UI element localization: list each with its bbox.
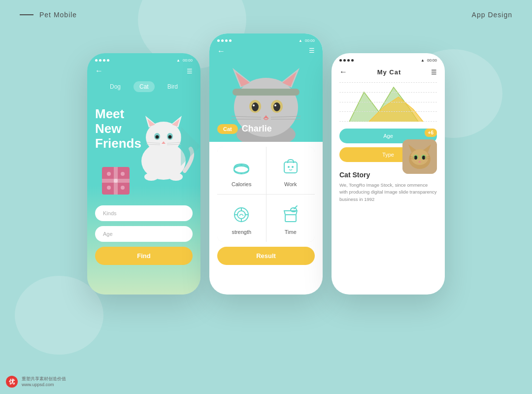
time-icon [280, 203, 301, 225]
result-button[interactable]: Result [217, 247, 315, 265]
svg-point-52 [237, 211, 245, 219]
work-label: Work [284, 181, 297, 187]
svg-point-16 [169, 173, 183, 181]
svg-point-37 [253, 104, 255, 106]
svg-point-36 [273, 102, 280, 111]
phone2-nav: ← ☰ [209, 45, 323, 58]
phone-1: ▲ 00:00 ← ☰ Dog Cat Bird MeetNewFriends [87, 53, 200, 295]
phone2-signal-dots [217, 39, 232, 42]
svg-point-8 [156, 135, 159, 139]
svg-marker-25 [181, 127, 200, 166]
phone1-nav: ← ☰ [87, 65, 200, 79]
phone3-back-arrow[interactable]: ← [339, 67, 347, 76]
grid-item-calories[interactable]: Calories [217, 147, 266, 194]
watermark-tagline: 重塑共享素材创造价值 [22, 376, 66, 381]
svg-rect-32 [233, 89, 299, 96]
story-text: We, TongRo Image Stock, since ommence wi… [339, 182, 437, 203]
work-icon [280, 156, 301, 177]
triangle-decoration [181, 127, 200, 166]
grid-item-work[interactable]: Work [266, 147, 315, 194]
phone-2: ▲ 00:00 ← ☰ [209, 33, 323, 295]
phone3-header: ← My Cat ☰ [332, 65, 445, 80]
phone2-cat-badge: Cat [217, 124, 238, 134]
svg-point-20 [107, 186, 111, 190]
svg-rect-24 [102, 179, 130, 183]
phone2-status-bar: ▲ 00:00 [209, 33, 323, 45]
phone3-status-bar: ▲ 00:00 [332, 53, 445, 65]
phone1-signal-dots [95, 59, 109, 62]
tab-cat[interactable]: Cat [133, 81, 155, 92]
watermark-site: www.uppsd.com [22, 382, 54, 387]
svg-point-21 [121, 186, 125, 190]
watermark-text: 重塑共享素材创造价值 www.uppsd.com [22, 376, 66, 388]
header-title: Pet Mobile [39, 11, 77, 19]
phone2-menu-icon[interactable]: ☰ [309, 47, 315, 56]
svg-point-35 [252, 102, 259, 111]
phone1-wifi-icon: ▲ [176, 58, 180, 63]
header-right-label: App Design [472, 11, 512, 19]
phone1-hero: MeetNewFriends [87, 97, 200, 196]
phone3-battery: 00:00 [427, 58, 437, 63]
phone1-battery: 00:00 [183, 58, 193, 63]
tab-dog[interactable]: Dog [104, 81, 127, 92]
bg-decoration-2 [15, 276, 103, 355]
cat-thumbnail [402, 139, 437, 174]
svg-rect-46 [284, 162, 297, 173]
header-line-icon [20, 14, 33, 15]
svg-point-9 [168, 135, 172, 139]
phone3-stats-section: Age Type +6 [332, 124, 445, 167]
phone3-chart [339, 82, 437, 122]
phone2-wifi-icon: ▲ [299, 38, 302, 43]
kinds-field[interactable]: Kinds [95, 205, 193, 221]
svg-point-15 [144, 173, 158, 181]
phone1-status-right: ▲ 00:00 [176, 58, 193, 63]
grid-item-strength[interactable]: strength [217, 195, 266, 242]
phone2-grid: Calories Work [217, 147, 315, 242]
tab-bird[interactable]: Bird [162, 81, 184, 92]
phone3-title: My Cat [377, 68, 401, 76]
svg-rect-57 [285, 215, 296, 222]
time-label: Time [285, 229, 297, 235]
phone1-tabs: Dog Cat Bird [87, 81, 200, 92]
phone2-status-right: ▲ 00:00 [299, 38, 315, 43]
header-left: Pet Mobile [20, 11, 77, 19]
phone1-form: Kinds Age Find [87, 205, 200, 265]
svg-point-38 [274, 104, 276, 106]
phone1-status-bar: ▲ 00:00 [87, 53, 200, 65]
strength-icon [231, 203, 252, 225]
phone3-status-right: ▲ 00:00 [421, 58, 437, 63]
find-button[interactable]: Find [95, 247, 193, 265]
phone3-menu-icon[interactable]: ☰ [431, 68, 437, 76]
watermark: 优 重塑共享素材创造价值 www.uppsd.com [6, 376, 66, 388]
grid-item-time[interactable]: Time [266, 195, 315, 242]
phone2-hero-area: ▲ 00:00 ← ☰ [209, 33, 323, 142]
svg-point-19 [121, 172, 125, 176]
gift-box-illustration [102, 167, 131, 196]
phone2-battery: 00:00 [305, 38, 315, 43]
age-field[interactable]: Age [95, 226, 193, 242]
phone2-back-arrow[interactable]: ← [217, 47, 225, 56]
phone2-cat-label: Cat Charlie [217, 124, 272, 134]
watermark-icon: 优 [6, 376, 18, 388]
plus-badge: +6 [425, 129, 437, 137]
phone2-cat-name: Charlie [242, 124, 272, 134]
phone-3: ▲ 00:00 ← My Cat ☰ [332, 53, 445, 295]
phone3-wifi-icon: ▲ [421, 58, 425, 63]
strength-label: strength [232, 229, 251, 235]
calories-icon [231, 156, 252, 177]
calories-label: Calories [232, 181, 251, 187]
phone1-back-arrow[interactable]: ← [95, 66, 103, 75]
phone1-menu-icon[interactable]: ☰ [187, 67, 193, 75]
page-header: Pet Mobile App Design [0, 0, 532, 24]
svg-point-47 [288, 166, 290, 168]
cat-thumb-svg [402, 139, 437, 174]
watermark-logo: 优 [6, 376, 18, 388]
svg-point-18 [107, 172, 111, 176]
phone3-signal-dots [339, 59, 354, 62]
svg-point-48 [292, 166, 294, 168]
